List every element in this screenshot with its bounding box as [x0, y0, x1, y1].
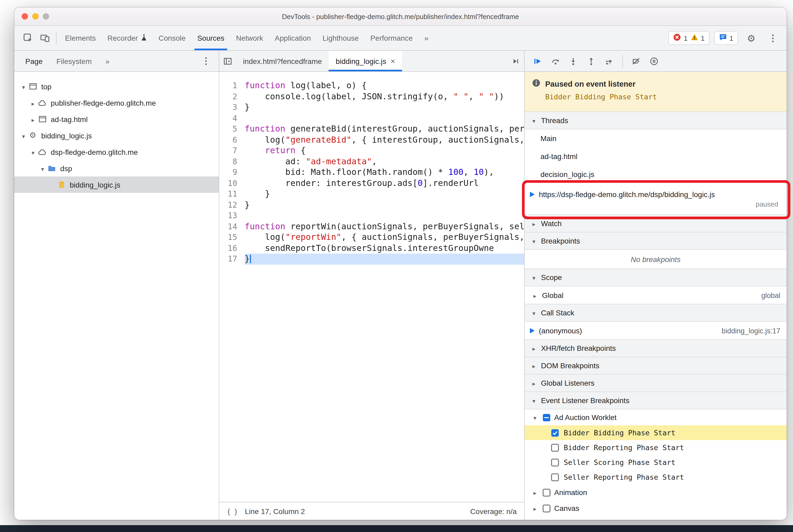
elb-group-canvas[interactable]: Canvas	[525, 500, 787, 516]
tab-network[interactable]: Network	[230, 26, 269, 50]
tree-item-bidding-logic-js[interactable]: ⚙bidding_logic.js	[14, 127, 219, 144]
elb-item-seller-reporting-phase-start[interactable]: Seller Reporting Phase Start	[525, 470, 787, 484]
line-number[interactable]: 16	[219, 243, 245, 253]
breakpoints-section-header[interactable]: Breakpoints	[525, 232, 787, 250]
line-number[interactable]: 2	[219, 91, 245, 102]
navigator-tab-page[interactable]: Page	[18, 51, 50, 71]
code-line-content[interactable]: return {	[245, 145, 524, 156]
code-line-content[interactable]	[245, 113, 524, 124]
pause-on-exceptions-icon[interactable]	[647, 54, 661, 68]
disclosure-triangle-icon[interactable]	[531, 504, 539, 512]
code-line-content[interactable]: sendReportTo(browserSignals.interestGrou…	[245, 243, 524, 253]
step-over-icon[interactable]	[548, 54, 563, 68]
devtools-menu-kebab-icon[interactable]	[764, 30, 781, 46]
dom-breakpoints-section-header[interactable]: DOM Breakpoints	[525, 357, 787, 375]
code-line-content[interactable]	[245, 210, 524, 221]
editor-tab-bidding-logic[interactable]: bidding_logic.js×	[329, 51, 402, 71]
code-editor[interactable]: 1function log(label, o) {2 console.log(l…	[219, 72, 524, 502]
code-line-content[interactable]: console.log(label, JSON.stringify(o, " "…	[245, 91, 524, 102]
disclosure-triangle-icon[interactable]	[20, 131, 27, 140]
tree-item-dsp-fledge-demo-glitch-me[interactable]: dsp-fledge-demo.glitch.me	[14, 144, 219, 160]
tab-more[interactable]: »	[418, 26, 434, 50]
step-out-icon[interactable]	[584, 54, 599, 68]
tree-item-dsp[interactable]: dsp	[14, 160, 219, 176]
call-stack-frame-location[interactable]: bidding_logic.js:17	[722, 327, 780, 335]
line-number[interactable]: 10	[219, 178, 245, 189]
resume-script-icon[interactable]	[530, 54, 545, 68]
line-number[interactable]: 8	[219, 156, 245, 167]
thread-row[interactable]: decision_logic.js	[525, 165, 787, 183]
code-line-content[interactable]: bid: Math.floor(Math.random() * 100, 10)…	[245, 167, 524, 178]
disclosure-triangle-icon[interactable]	[39, 164, 46, 172]
inspect-element-button[interactable]	[20, 30, 36, 46]
line-number[interactable]: 17	[219, 253, 245, 264]
tree-item-publisher-fledge-demo-glitch-me[interactable]: publisher-fledge-demo.glitch.me	[14, 95, 219, 111]
minimize-window-button[interactable]	[32, 13, 39, 20]
call-stack-frame-row[interactable]: (anonymous) bidding_logic.js:17	[525, 322, 787, 340]
step-icon[interactable]	[602, 54, 617, 68]
line-number[interactable]: 4	[219, 113, 245, 124]
deactivate-breakpoints-icon[interactable]	[629, 54, 643, 68]
code-line-content[interactable]: function generateBid(interestGroup, auct…	[245, 124, 524, 134]
editor-tab-index-html[interactable]: index.html?fencedframe	[236, 51, 329, 71]
tab-recorder[interactable]: Recorder	[102, 26, 153, 50]
line-number[interactable]: 12	[219, 200, 245, 210]
zoom-window-button[interactable]	[43, 13, 49, 20]
checkbox-unchecked[interactable]	[543, 489, 550, 496]
navigator-menu-kebab-icon[interactable]	[197, 53, 214, 70]
checkbox-unchecked[interactable]	[551, 443, 559, 452]
checkbox-unchecked[interactable]	[551, 458, 559, 466]
thread-row[interactable]: Main	[525, 129, 787, 147]
navigator-tab-filesystem[interactable]: Filesystem	[50, 51, 98, 71]
tab-sources[interactable]: Sources	[191, 26, 230, 50]
disclosure-triangle-icon[interactable]	[29, 98, 37, 107]
open-file-navigation-icon[interactable]	[507, 53, 524, 70]
thread-row-current[interactable]: https://dsp-fledge-demo.glitch.me/dsp/bi…	[525, 183, 787, 215]
step-into-icon[interactable]	[566, 54, 581, 68]
close-tab-icon[interactable]: ×	[391, 57, 395, 65]
code-line-content[interactable]: }	[245, 253, 524, 264]
call-stack-section-header[interactable]: Call Stack	[525, 304, 787, 322]
checkbox-unchecked[interactable]	[551, 473, 559, 481]
event-listener-breakpoints-section-header[interactable]: Event Listener Breakpoints	[525, 392, 787, 410]
line-number[interactable]: 6	[219, 134, 245, 145]
tab-performance[interactable]: Performance	[364, 26, 418, 50]
disclosure-triangle-icon[interactable]	[531, 413, 539, 422]
thread-row[interactable]: ad-tag.html	[525, 147, 787, 165]
checkbox-unchecked[interactable]	[543, 504, 550, 512]
line-number[interactable]: 7	[219, 145, 245, 156]
line-number[interactable]: 14	[219, 221, 245, 232]
elb-group-animation[interactable]: Animation	[525, 484, 787, 500]
elb-item-bidder-reporting-phase-start[interactable]: Bidder Reporting Phase Start	[525, 440, 787, 455]
line-number[interactable]: 5	[219, 124, 245, 134]
device-toolbar-toggle-button[interactable]	[36, 30, 53, 46]
disclosure-triangle-icon[interactable]	[531, 488, 539, 497]
navigator-tab-more[interactable]: »	[98, 51, 116, 71]
scope-global-row[interactable]: Global global	[525, 286, 787, 304]
issues-badge[interactable]: 1	[714, 31, 738, 45]
scope-section-header[interactable]: Scope	[525, 268, 787, 286]
tree-item-top[interactable]: top	[14, 78, 219, 95]
watch-section-header[interactable]: Watch	[525, 214, 787, 232]
checkbox-checked[interactable]	[551, 429, 559, 437]
disclosure-triangle-icon[interactable]	[20, 82, 27, 91]
code-line-content[interactable]: render: interestGroup.ads[0].renderUrl	[245, 178, 524, 189]
xhr-breakpoints-section-header[interactable]: XHR/fetch Breakpoints	[525, 339, 787, 357]
toggle-navigator-icon[interactable]	[219, 53, 236, 70]
code-line-content[interactable]: ad: "ad-metadata",	[245, 156, 524, 167]
disclosure-triangle-icon[interactable]	[29, 115, 37, 124]
close-window-button[interactable]	[22, 13, 28, 20]
tree-item-ad-tag-html[interactable]: ad-tag.html	[14, 111, 219, 127]
elb-item-seller-scoring-phase-start[interactable]: Seller Scoring Phase Start	[525, 455, 787, 470]
line-number[interactable]: 9	[219, 167, 245, 178]
tab-lighthouse[interactable]: Lighthouse	[317, 26, 364, 50]
global-listeners-section-header[interactable]: Global Listeners	[525, 374, 787, 392]
disclosure-triangle-icon[interactable]	[29, 148, 37, 156]
tab-elements[interactable]: Elements	[59, 26, 102, 50]
code-line-content[interactable]: }	[245, 189, 524, 200]
code-line-content[interactable]: function log(label, o) {	[245, 80, 524, 91]
code-line-content[interactable]: log("generateBid", { interestGroup, auct…	[245, 134, 524, 145]
code-line-content[interactable]: function reportWin(auctionSignals, perBu…	[245, 221, 524, 232]
checkbox-indeterminate[interactable]	[543, 413, 550, 421]
tree-item-bidding-logic-js[interactable]: bidding_logic.js	[14, 176, 219, 193]
